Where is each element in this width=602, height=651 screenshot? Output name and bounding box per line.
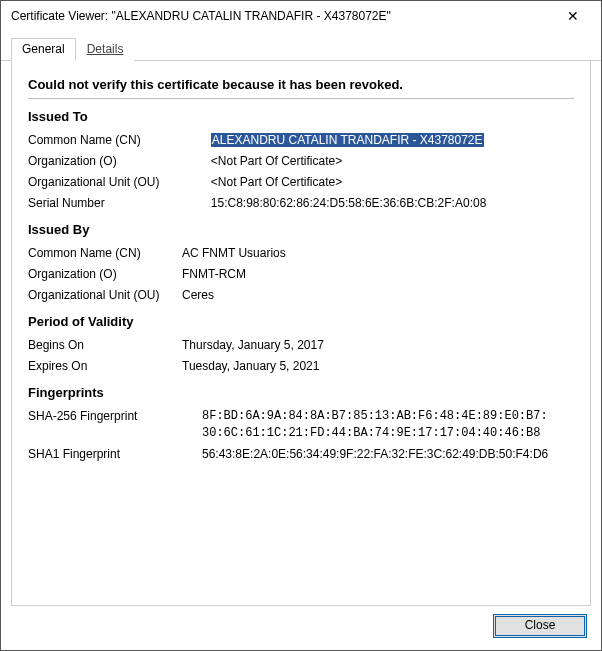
- fingerprints-table: SHA-256 Fingerprint 8F:BD:6A:9A:84:8A:B7…: [28, 406, 574, 465]
- issued-to-cn-label: Common Name (CN): [28, 130, 209, 151]
- panel-spacer: [28, 465, 574, 595]
- issued-to-serial-value: 15:C8:98:80:62:86:24:D5:58:6E:36:6B:CB:2…: [209, 193, 574, 214]
- window-close-button[interactable]: ✕: [553, 2, 593, 30]
- section-validity-title: Period of Validity: [28, 314, 574, 329]
- issued-by-org-value: FNMT-RCM: [180, 264, 574, 285]
- validity-begins-label: Begins On: [28, 335, 180, 356]
- sha256-value: 8F:BD:6A:9A:84:8A:B7:85:13:AB:F6:48:4E:8…: [200, 406, 574, 444]
- issued-by-cn-value: AC FNMT Usuarios: [180, 243, 574, 264]
- sha1-label: SHA1 Fingerprint: [28, 444, 200, 465]
- divider: [28, 98, 574, 99]
- issued-to-ou-value: <Not Part Of Certificate>: [209, 172, 574, 193]
- issued-by-ou-label: Organizational Unit (OU): [28, 285, 180, 306]
- section-issued-to-title: Issued To: [28, 109, 574, 124]
- tab-strip: General Details: [1, 31, 601, 61]
- issued-to-serial-label: Serial Number: [28, 193, 209, 214]
- issued-to-org-value: <Not Part Of Certificate>: [209, 151, 574, 172]
- titlebar: Certificate Viewer: "ALEXANDRU CATALIN T…: [1, 1, 601, 31]
- sha1-value: 56:43:8E:2A:0E:56:34:49:9F:22:FA:32:FE:3…: [200, 444, 574, 465]
- tab-general[interactable]: General: [11, 38, 76, 61]
- section-issued-by-title: Issued By: [28, 222, 574, 237]
- issued-by-org-label: Organization (O): [28, 264, 180, 285]
- validity-expires-label: Expires On: [28, 356, 180, 377]
- issued-by-ou-value: Ceres: [180, 285, 574, 306]
- tab-panel-general: Could not verify this certificate becaus…: [11, 60, 591, 606]
- dialog-button-row: Close: [1, 614, 601, 650]
- validity-table: Begins On Thursday, January 5, 2017 Expi…: [28, 335, 574, 377]
- sha256-label: SHA-256 Fingerprint: [28, 406, 200, 444]
- window-title: Certificate Viewer: "ALEXANDRU CATALIN T…: [11, 9, 553, 23]
- status-message: Could not verify this certificate becaus…: [28, 77, 574, 92]
- close-button[interactable]: Close: [493, 614, 587, 638]
- certificate-viewer-window: Certificate Viewer: "ALEXANDRU CATALIN T…: [0, 0, 602, 651]
- issued-to-org-label: Organization (O): [28, 151, 209, 172]
- validity-expires-value: Tuesday, January 5, 2021: [180, 356, 574, 377]
- issued-by-cn-label: Common Name (CN): [28, 243, 180, 264]
- validity-begins-value: Thursday, January 5, 2017: [180, 335, 574, 356]
- tab-details[interactable]: Details: [76, 38, 135, 61]
- selected-cn-text: ALEXANDRU CATALIN TRANDAFIR - X4378072E: [211, 133, 484, 147]
- issued-by-table: Common Name (CN) AC FNMT Usuarios Organi…: [28, 243, 574, 306]
- section-fingerprints-title: Fingerprints: [28, 385, 574, 400]
- issued-to-ou-label: Organizational Unit (OU): [28, 172, 209, 193]
- issued-to-table: Common Name (CN) ALEXANDRU CATALIN TRAND…: [28, 130, 574, 214]
- issued-to-cn-value: ALEXANDRU CATALIN TRANDAFIR - X4378072E: [209, 130, 574, 151]
